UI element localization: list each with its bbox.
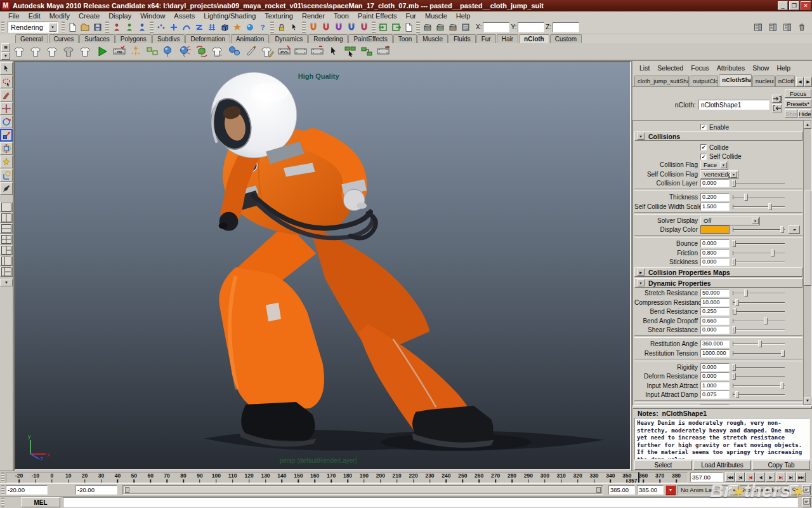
close-button[interactable]: ✕ — [801, 1, 811, 10]
attr-transfer-icon[interactable]: attr — [376, 44, 391, 59]
shelf-tab-ncloth[interactable]: nCloth — [519, 34, 549, 43]
restitution-angle-slider[interactable] — [733, 340, 785, 347]
chevron-down-icon[interactable]: ▼ — [1, 52, 10, 60]
play-backwards-button[interactable]: ◀ — [756, 472, 765, 482]
menu-create[interactable]: Create — [74, 11, 104, 20]
panel-layout-menu-button[interactable]: ▼ — [0, 279, 13, 286]
select-components-icon[interactable] — [136, 21, 148, 34]
toolbar-separator[interactable] — [372, 22, 376, 33]
current-frame-marker[interactable] — [638, 472, 639, 483]
ncloth-create-icon[interactable] — [13, 44, 28, 59]
range-slider-bar[interactable] — [124, 486, 601, 493]
cursor-grid-icon[interactable] — [343, 44, 358, 59]
key-icon[interactable] — [790, 485, 799, 495]
shelf-tab-fluids[interactable]: Fluids — [449, 34, 476, 43]
input-attract-damp-field[interactable]: 0.075 — [700, 391, 730, 399]
pin-tab-icon[interactable] — [772, 95, 782, 103]
menu-help[interactable]: Help — [452, 11, 475, 20]
menu-paint-effects[interactable]: Paint Effects — [353, 11, 402, 20]
universal-manipulator-tool[interactable] — [0, 142, 13, 155]
menu-set-selector[interactable]: Rendering▼ — [8, 22, 58, 33]
select-cursor-icon[interactable] — [326, 44, 341, 59]
snap-view-icon[interactable] — [244, 21, 256, 34]
menu-fur[interactable]: Fur — [401, 11, 421, 20]
deform-resistance-slider[interactable] — [733, 373, 785, 380]
step-forward-frame-button[interactable]: ▶| — [786, 472, 796, 482]
lock-selection-icon[interactable] — [275, 21, 288, 34]
slider-handle[interactable] — [757, 405, 761, 406]
rigidity-field[interactable]: 0.000 — [700, 363, 730, 371]
snap-curves-icon[interactable] — [180, 21, 193, 34]
self-collide-checkbox[interactable]: ✔ — [700, 154, 707, 160]
help-mode-icon[interactable]: ? — [256, 21, 269, 34]
ae-tab-nucleus1[interactable]: nucleus1 — [752, 76, 775, 86]
ncloth-display-input-mesh-icon[interactable] — [62, 44, 77, 59]
thickness-field[interactable]: 0.200 — [700, 193, 730, 201]
delete-cache-icon[interactable] — [310, 44, 325, 59]
highlight-selection-icon[interactable] — [288, 21, 301, 34]
playback-start-field[interactable] — [75, 485, 117, 495]
scroll-down-icon[interactable]: ▼ — [804, 397, 811, 405]
display-color-swatch[interactable] — [700, 225, 730, 234]
attribute-editor-scrollbar[interactable]: ▲ ▼ — [803, 121, 811, 405]
minimize-button[interactable]: _ — [778, 1, 788, 10]
shear-resistance-field[interactable]: 0.000 — [700, 326, 730, 334]
ae-menu-list[interactable]: List — [636, 64, 653, 72]
snap-magnet-surface-icon[interactable] — [358, 21, 370, 34]
balloon-collide-icon[interactable] — [161, 44, 176, 59]
menu-lighting-shading[interactable]: Lighting/Shading — [199, 11, 260, 20]
toolbar-separator[interactable] — [302, 22, 306, 33]
ae-tab-nclothshape1[interactable]: nClothShape1 — [719, 74, 752, 86]
slider-handle[interactable] — [735, 299, 739, 306]
menu-file[interactable]: File — [4, 11, 24, 20]
snap-objects-icon[interactable] — [218, 21, 231, 34]
script-editor-icon[interactable] — [802, 497, 811, 507]
menu-display[interactable]: Display — [104, 11, 136, 20]
scale-tool[interactable] — [0, 129, 13, 142]
rest-length-scale-field[interactable]: 1.000 — [700, 404, 730, 406]
input-attract-damp-slider[interactable] — [733, 391, 785, 398]
friction-slider[interactable] — [733, 250, 785, 257]
render-current-frame-icon[interactable] — [434, 21, 447, 34]
ipr-render-icon[interactable] — [447, 21, 459, 34]
notes-text[interactable]: Heavy Denim is moderately rough, very no… — [634, 418, 810, 460]
solver-display-dropdown[interactable]: Off▼ — [700, 217, 760, 225]
node-pair-icon[interactable] — [359, 44, 374, 59]
focus-button[interactable]: Focus — [785, 89, 811, 98]
character-set-selector[interactable]: No Character Set — [740, 485, 789, 495]
bounce-slider[interactable] — [733, 240, 785, 247]
input-connections-icon[interactable] — [377, 21, 390, 34]
self-collision-flag-dropdown[interactable]: VertexEdge▼ — [700, 170, 738, 179]
shelf-tab-subdivs[interactable]: Subdivs — [152, 34, 185, 43]
slider-handle[interactable] — [732, 240, 736, 247]
rest-length-scale-slider[interactable] — [733, 405, 785, 406]
node-name-input[interactable] — [698, 100, 769, 110]
collision-flag-dropdown[interactable]: Face▼ — [700, 161, 728, 170]
rotate-cube-icon[interactable] — [194, 44, 209, 59]
snap-magnet-grid-icon[interactable] — [307, 21, 320, 34]
bend-resistance-slider[interactable] — [733, 308, 785, 315]
paint-vertex-map-icon[interactable]: PM — [112, 44, 127, 59]
enable-checkbox[interactable]: ✔ — [700, 124, 707, 130]
render-view-icon[interactable] — [421, 21, 434, 34]
rotate-tool[interactable] — [0, 116, 13, 128]
section-collision-properties-maps[interactable]: ▶Collision Properties Maps — [634, 267, 802, 277]
auto-keyframe-toggle[interactable]: ▼ — [665, 485, 676, 495]
shelf-tab-selector[interactable]: ▦ ▼ — [1, 43, 10, 60]
shelf-menu-icon[interactable]: ▦ — [1, 43, 10, 51]
snap-magnet-curve-icon[interactable] — [320, 21, 332, 34]
render-settings-icon[interactable] — [459, 21, 472, 34]
toolbar-separator[interactable] — [416, 22, 420, 33]
recycle-icon[interactable] — [796, 21, 808, 34]
bend-angle-dropoff-slider[interactable] — [733, 318, 785, 324]
compression-resistance-field[interactable]: 10.000 — [700, 298, 730, 307]
load-attributes-button[interactable]: Load Attributes — [693, 460, 751, 470]
ae-menu-focus[interactable]: Focus — [688, 64, 712, 72]
step-back-key-button[interactable]: |◀ — [745, 472, 755, 482]
shear-resistance-slider[interactable] — [733, 326, 785, 333]
grid-pair-icon[interactable] — [145, 44, 160, 59]
show-manipulator-tool[interactable] — [0, 169, 13, 182]
paint-properties-icon[interactable] — [260, 44, 275, 59]
slider-handle[interactable] — [735, 391, 739, 398]
scroll-up-icon[interactable]: ▲ — [804, 121, 811, 129]
